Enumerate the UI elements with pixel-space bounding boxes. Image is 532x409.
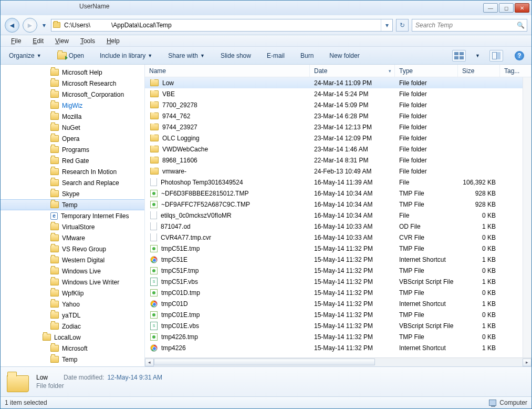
file-row[interactable]: VWDWebCache23-Mar-14 1:46 AMFile folder — [145, 144, 523, 155]
menu-tools[interactable]: Tools — [75, 36, 100, 46]
folder-tree[interactable]: Microsoft HelpMicrosoft ResearchMicrosof… — [1, 65, 145, 366]
file-row[interactable]: 9744_2392723-Mar-14 12:13 PMFile folder — [145, 121, 523, 132]
view-mode-button[interactable] — [452, 50, 466, 62]
tree-item[interactable]: Research In Motion — [1, 166, 144, 177]
column-size[interactable]: Size — [458, 65, 500, 77]
file-row[interactable]: ~DF6D3F8BBEE2815012.TMP16-May-14 10:34 A… — [145, 188, 523, 199]
help-button[interactable]: ? — [513, 50, 526, 62]
file-row[interactable]: 871047.od16-May-14 10:33 AMOD File1 KB — [145, 221, 523, 232]
minimize-button[interactable]: — — [483, 3, 498, 13]
slideshow-button[interactable]: Slide show — [217, 50, 254, 61]
tree-item[interactable]: LocalLow — [1, 332, 144, 343]
scroll-left-button[interactable]: ◂ — [145, 359, 154, 366]
preview-pane-button[interactable] — [489, 50, 503, 62]
file-row[interactable]: Low24-Mar-14 11:09 PMFile folder — [145, 77, 523, 88]
tree-item[interactable]: VS Revo Group — [1, 243, 144, 254]
address-bar[interactable]: ▾ — [51, 19, 393, 32]
file-row[interactable]: tmp4226.tmp15-May-14 11:32 PMTMP File0 K… — [145, 331, 523, 342]
file-row[interactable]: tmp422615-May-14 11:32 PMInternet Shortc… — [145, 342, 523, 353]
tree-item[interactable]: Programs — [1, 144, 144, 155]
tree-item[interactable]: Windows Live — [1, 265, 144, 277]
organize-button[interactable]: Organize▼ — [6, 50, 45, 61]
scroll-thumb[interactable] — [154, 359, 375, 365]
tree-item[interactable]: MigWiz — [1, 100, 144, 111]
file-row[interactable]: tmpC01E.tmp15-May-14 11:32 PMTMP File0 K… — [145, 309, 523, 320]
file-row[interactable]: ~DF9AFFC7F52A687C9C.TMP16-May-14 10:34 A… — [145, 199, 523, 210]
menu-edit[interactable]: Edit — [27, 36, 49, 46]
tree-item[interactable]: Zodiac — [1, 321, 144, 332]
scroll-track[interactable] — [154, 359, 523, 366]
tree-item[interactable]: Western Digital — [1, 254, 144, 265]
search-box[interactable]: 🔍 — [412, 19, 527, 32]
history-dropdown[interactable]: ▾ — [40, 18, 48, 33]
file-row[interactable]: tmpC51F.tmp15-May-14 11:32 PMTMP File0 K… — [145, 265, 523, 276]
address-input[interactable] — [62, 19, 381, 31]
menu-help[interactable]: Help — [101, 36, 125, 46]
menu-file[interactable]: File — [6, 36, 26, 46]
column-date[interactable]: Date — [310, 65, 395, 77]
new-folder-button[interactable]: New folder — [326, 50, 362, 61]
file-row[interactable]: tmpC51E15-May-14 11:32 PMInternet Shortc… — [145, 254, 523, 265]
tree-item[interactable]: NuGet — [1, 122, 144, 133]
include-library-button[interactable]: Include in library▼ — [97, 50, 155, 61]
file-row[interactable]: tmpC51E.tmp15-May-14 11:32 PMTMP File0 K… — [145, 243, 523, 254]
tree-item[interactable]: Temp — [1, 354, 144, 365]
email-button[interactable]: E-mail — [264, 50, 288, 61]
file-row[interactable]: tmpC01D15-May-14 11:32 PMInternet Shortc… — [145, 298, 523, 309]
file-name: ~DF6D3F8BBEE2815012.TMP — [161, 190, 248, 197]
horizontal-scrollbar[interactable]: ◂ ▸ — [145, 357, 531, 366]
file-row[interactable]: 9744_76223-Mar-14 6:28 PMFile folder — [145, 110, 523, 121]
open-button[interactable]: Open — [54, 50, 87, 61]
tree-item[interactable]: Mozilla — [1, 111, 144, 122]
file-row[interactable]: OLC Logging23-Mar-14 12:09 PMFile folder — [145, 132, 523, 144]
back-button[interactable]: ◄ — [5, 18, 19, 33]
file-list[interactable]: Low24-Mar-14 11:09 PMFile folderVBE24-Ma… — [145, 77, 523, 353]
column-type[interactable]: Type — [395, 65, 458, 77]
tree-item[interactable]: Microsoft Help — [1, 67, 144, 78]
burn-button[interactable]: Burn — [297, 50, 317, 61]
file-row[interactable]: tmpC01E.vbs15-May-14 11:32 PMVBScript Sc… — [145, 320, 523, 331]
preview-icon — [492, 52, 500, 59]
search-input[interactable] — [412, 22, 514, 29]
file-row[interactable]: Photoshop Temp301634952416-May-14 11:39 … — [145, 177, 523, 188]
folder-icon — [50, 80, 59, 87]
tree-item[interactable]: Opera — [1, 133, 144, 144]
file-row[interactable]: 7700_2927824-Mar-14 5:09 PMFile folder — [145, 99, 523, 110]
close-button[interactable]: ✕ — [515, 3, 529, 13]
file-row[interactable]: vmware-24-Feb-13 10:49 AMFile folder — [145, 166, 523, 177]
tree-item[interactable]: Temp — [1, 199, 144, 210]
tree-item[interactable]: yaTDL — [1, 310, 144, 321]
file-row[interactable]: tmpC01D.tmp15-May-14 11:32 PMTMP File0 K… — [145, 287, 523, 298]
file-row[interactable]: CVR4A77.tmp.cvr16-May-14 10:33 AMCVR Fil… — [145, 232, 523, 243]
tree-item[interactable]: Microsoft_Corporation — [1, 89, 144, 100]
file-row[interactable]: etilqs_0c0mckszV0fIoMR16-May-14 10:34 AM… — [145, 210, 523, 221]
tree-item[interactable]: VirtualStore — [1, 221, 144, 232]
file-row[interactable]: VBE24-Mar-14 5:24 PMFile folder — [145, 88, 523, 99]
tree-item[interactable]: Skype — [1, 188, 144, 199]
share-with-button[interactable]: Share with▼ — [165, 50, 208, 61]
tree-item[interactable]: Yahoo — [1, 299, 144, 310]
column-name[interactable]: Name — [145, 65, 310, 77]
folder-icon — [150, 135, 159, 141]
maximize-button[interactable]: ◻ — [499, 3, 514, 13]
file-row[interactable]: 8968_1160622-Mar-14 8:31 PMFile folder — [145, 155, 523, 166]
forward-button[interactable]: ► — [23, 18, 37, 33]
view-mode-dropdown[interactable]: ▼ — [475, 53, 480, 58]
tree-item[interactable]: eTemporary Internet Files — [1, 210, 144, 221]
refresh-button[interactable]: ↻ — [396, 19, 409, 32]
menu-view[interactable]: View — [50, 36, 74, 46]
column-tags[interactable]: Tag... — [500, 65, 531, 77]
search-icon[interactable]: 🔍 — [514, 22, 527, 29]
tree-item[interactable]: Microsoft — [1, 343, 144, 354]
tree-item[interactable]: Search and Replace — [1, 177, 144, 188]
vertical-scrollbar[interactable] — [523, 77, 531, 357]
tree-item[interactable]: Microsoft Research — [1, 78, 144, 89]
file-size: 1 KB — [458, 256, 500, 263]
tree-item[interactable]: Windows Live Writer — [1, 277, 144, 288]
file-row[interactable]: tmpC51F.vbs15-May-14 11:32 PMVBScript Sc… — [145, 276, 523, 287]
tree-item[interactable]: Red Gate — [1, 155, 144, 166]
tree-item[interactable]: VMware — [1, 232, 144, 243]
scroll-right-button[interactable]: ▸ — [523, 359, 531, 366]
address-dropdown[interactable]: ▾ — [381, 19, 392, 31]
tree-item[interactable]: WpfKlip — [1, 288, 144, 299]
